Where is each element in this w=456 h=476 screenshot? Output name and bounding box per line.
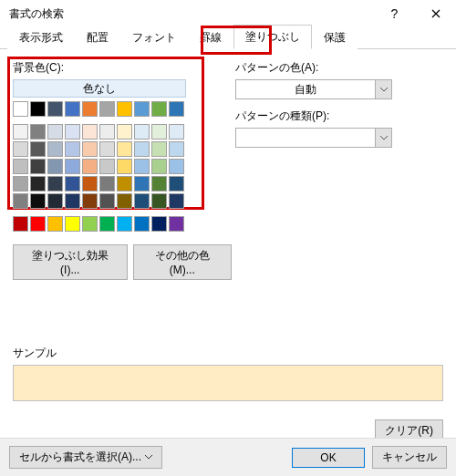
color-swatch[interactable] xyxy=(82,159,98,174)
pattern-color-combo[interactable]: 自動 xyxy=(235,79,392,99)
color-swatch[interactable] xyxy=(151,101,167,117)
color-swatch[interactable] xyxy=(117,101,132,117)
dialog-footer: セルから書式を選択(A)... OK キャンセル xyxy=(0,438,456,476)
color-swatch[interactable] xyxy=(13,159,28,174)
color-swatch[interactable] xyxy=(65,193,80,209)
color-swatch[interactable] xyxy=(13,101,28,117)
ok-button[interactable]: OK xyxy=(292,448,365,468)
more-colors-button[interactable]: その他の色(M)... xyxy=(133,244,232,280)
color-swatch[interactable] xyxy=(151,141,167,157)
color-swatch[interactable] xyxy=(82,141,98,157)
color-swatch[interactable] xyxy=(13,141,28,157)
window-title: 書式の検索 xyxy=(9,6,374,22)
color-swatch[interactable] xyxy=(13,193,28,209)
color-swatch[interactable] xyxy=(65,176,80,191)
color-swatch[interactable] xyxy=(169,176,184,191)
color-swatch[interactable] xyxy=(134,176,150,191)
color-swatch[interactable] xyxy=(82,176,98,191)
color-swatch[interactable] xyxy=(169,101,184,117)
color-swatch[interactable] xyxy=(82,124,98,140)
pattern-type-combo[interactable] xyxy=(235,128,392,148)
color-swatch[interactable] xyxy=(30,141,46,157)
color-swatch[interactable] xyxy=(47,193,63,209)
color-swatch[interactable] xyxy=(82,193,98,209)
color-swatch[interactable] xyxy=(151,193,167,209)
fill-effects-button[interactable]: 塗りつぶし効果(I)... xyxy=(13,244,128,280)
color-swatch[interactable] xyxy=(169,159,184,174)
color-swatch[interactable] xyxy=(99,124,115,140)
color-swatch[interactable] xyxy=(47,141,63,157)
chevron-down-icon xyxy=(375,80,391,98)
color-swatch[interactable] xyxy=(134,216,150,232)
color-swatch[interactable] xyxy=(30,101,46,117)
color-swatch[interactable] xyxy=(169,216,184,232)
color-swatch[interactable] xyxy=(30,124,46,140)
color-swatch[interactable] xyxy=(47,216,63,232)
color-swatch-grid xyxy=(13,101,186,233)
color-swatch[interactable] xyxy=(47,101,63,117)
color-swatch[interactable] xyxy=(99,159,115,174)
color-swatch[interactable] xyxy=(117,159,132,174)
color-swatch[interactable] xyxy=(134,193,150,209)
titlebar: 書式の検索 ? xyxy=(0,0,456,27)
color-swatch[interactable] xyxy=(117,176,132,191)
tab-fill[interactable]: 塗りつぶし xyxy=(233,25,312,49)
chevron-down-icon xyxy=(145,455,152,460)
sample-preview xyxy=(13,365,443,401)
color-swatch[interactable] xyxy=(82,216,98,232)
no-color-button[interactable]: 色なし xyxy=(13,79,186,98)
color-swatch[interactable] xyxy=(30,193,46,209)
color-swatch[interactable] xyxy=(65,141,80,157)
color-swatch[interactable] xyxy=(169,193,184,209)
color-swatch[interactable] xyxy=(134,124,150,140)
help-button[interactable]: ? xyxy=(374,0,415,27)
color-swatch[interactable] xyxy=(13,124,28,140)
sample-label: サンプル xyxy=(13,346,443,361)
color-swatch[interactable] xyxy=(82,101,98,117)
tab-number-format[interactable]: 表示形式 xyxy=(7,26,75,49)
tab-alignment[interactable]: 配置 xyxy=(75,26,120,49)
color-swatch[interactable] xyxy=(30,159,46,174)
color-swatch[interactable] xyxy=(30,176,46,191)
tab-font[interactable]: フォント xyxy=(120,26,188,49)
color-swatch[interactable] xyxy=(134,159,150,174)
color-swatch[interactable] xyxy=(169,141,184,157)
color-swatch[interactable] xyxy=(65,101,80,117)
color-swatch[interactable] xyxy=(151,159,167,174)
color-swatch[interactable] xyxy=(99,141,115,157)
color-swatch[interactable] xyxy=(65,124,80,140)
pattern-color-label: パターンの色(A): xyxy=(235,60,443,76)
color-swatch[interactable] xyxy=(151,124,167,140)
tab-protection[interactable]: 保護 xyxy=(312,26,358,49)
color-swatch[interactable] xyxy=(99,101,115,117)
color-swatch[interactable] xyxy=(99,176,115,191)
color-swatch[interactable] xyxy=(169,124,184,140)
dialog-body: 背景色(C): 色なし 塗りつぶし効果(I)... その他の色(M)... パタ… xyxy=(0,49,456,453)
cancel-button[interactable]: キャンセル xyxy=(372,446,447,469)
color-swatch[interactable] xyxy=(117,193,132,209)
format-from-cell-button[interactable]: セルから書式を選択(A)... xyxy=(9,446,162,469)
close-icon xyxy=(431,9,440,18)
close-button[interactable] xyxy=(415,0,456,27)
color-swatch[interactable] xyxy=(151,176,167,191)
color-swatch[interactable] xyxy=(65,159,80,174)
color-swatch[interactable] xyxy=(117,216,132,232)
color-swatch[interactable] xyxy=(117,141,132,157)
color-swatch[interactable] xyxy=(13,216,28,232)
color-swatch[interactable] xyxy=(99,216,115,232)
bg-color-label: 背景色(C): xyxy=(13,60,232,76)
tab-border[interactable]: 罫線 xyxy=(188,26,233,49)
color-swatch[interactable] xyxy=(134,101,150,117)
color-swatch[interactable] xyxy=(117,124,132,140)
color-swatch[interactable] xyxy=(47,176,63,191)
color-swatch[interactable] xyxy=(99,193,115,209)
pattern-color-value: 自動 xyxy=(236,82,375,98)
color-swatch[interactable] xyxy=(30,216,46,232)
color-swatch[interactable] xyxy=(65,216,80,232)
color-swatch[interactable] xyxy=(134,141,150,157)
chevron-down-icon xyxy=(375,129,391,147)
color-swatch[interactable] xyxy=(13,176,28,191)
color-swatch[interactable] xyxy=(151,216,167,232)
color-swatch[interactable] xyxy=(47,159,63,174)
color-swatch[interactable] xyxy=(47,124,63,140)
